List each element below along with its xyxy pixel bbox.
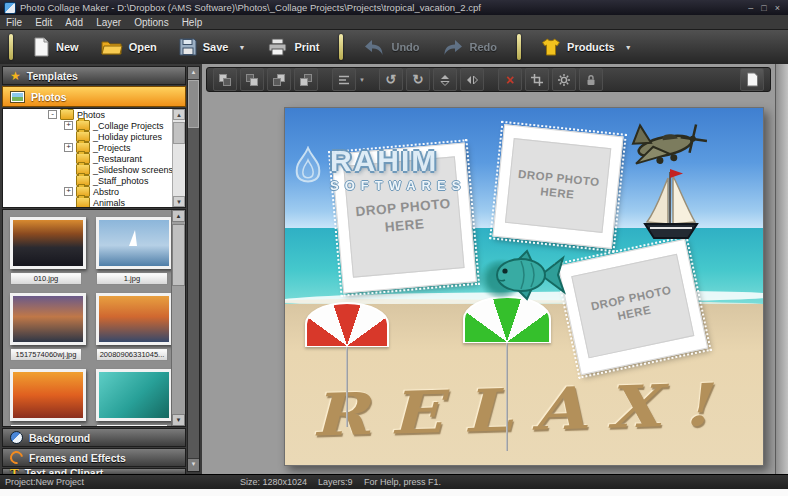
align-dropdown-arrow-icon[interactable]: ▼: [359, 77, 365, 83]
open-folder-icon: [101, 38, 123, 56]
menu-add[interactable]: Add: [65, 17, 83, 28]
rotate-right-icon[interactable]: ↻: [406, 68, 430, 91]
undo-button[interactable]: Undo: [352, 32, 430, 62]
effects-swirl-icon: [7, 448, 25, 466]
sidebar-scrollbar[interactable]: ▲ ▼: [187, 66, 200, 472]
photo-thumbnail[interactable]: 010.jpg: [10, 217, 86, 285]
tree-item-collage-projects[interactable]: + _Collage Projects: [3, 120, 185, 131]
thumbnail-image[interactable]: [10, 293, 86, 345]
thumbnail-scrollbar[interactable]: ▲ ▼: [171, 210, 185, 426]
scroll-up-icon[interactable]: ▲: [172, 210, 185, 222]
bring-forward-icon[interactable]: [240, 68, 264, 91]
menu-help[interactable]: Help: [182, 17, 203, 28]
delete-icon[interactable]: ×: [498, 68, 522, 91]
bring-to-front-icon[interactable]: [213, 68, 237, 91]
tree-item-photos[interactable]: - Photos: [3, 109, 185, 120]
send-backward-icon[interactable]: [267, 68, 291, 91]
frames-effects-label: Frames and Effects: [29, 452, 126, 464]
photo-drop-frame-1[interactable]: DROP PHOTO HERE: [331, 142, 477, 293]
menu-file[interactable]: File: [6, 17, 22, 28]
align-icon[interactable]: [332, 68, 356, 91]
photo-thumbnail[interactable]: 20080906331045...: [96, 293, 172, 361]
tree-item-staff-photos[interactable]: _Staff_photos: [3, 175, 185, 186]
flip-horizontal-icon[interactable]: [460, 68, 484, 91]
close-button[interactable]: ×: [775, 3, 780, 13]
sailboat-clipart[interactable]: [637, 166, 701, 246]
photo-drop-frame-2[interactable]: DROP PHOTO HERE: [492, 124, 623, 249]
maximize-button[interactable]: □: [761, 3, 766, 13]
tree-expand-icon[interactable]: +: [64, 121, 73, 130]
collage-canvas[interactable]: RAHIM SOFTWARES DROP PHOTO HERE DROP PHO…: [284, 107, 764, 466]
undo-arrow-icon: [363, 39, 385, 56]
red-umbrella-clipart[interactable]: [305, 302, 389, 427]
sidebar-section-templates[interactable]: ★ Templates: [2, 66, 186, 85]
products-dropdown-arrow-icon[interactable]: ▼: [625, 44, 632, 51]
tree-item-projects[interactable]: + _Projects: [3, 142, 185, 153]
window-title: Photo Collage Maker - D:\Dropbox (AMS So…: [20, 2, 744, 13]
tree-item-restaurant[interactable]: _Restaurant: [3, 153, 185, 164]
new-button[interactable]: New: [22, 32, 90, 62]
scrollbar-thumb[interactable]: [188, 80, 199, 128]
tshirt-icon: [541, 38, 561, 56]
window-bottom-border: [0, 489, 788, 496]
flip-vertical-icon[interactable]: [433, 68, 457, 91]
thumbnail-image[interactable]: [96, 369, 172, 421]
sidebar-section-background[interactable]: Background: [2, 428, 186, 447]
scroll-up-icon[interactable]: ▲: [188, 67, 199, 80]
scroll-down-icon[interactable]: ▼: [173, 196, 185, 207]
thumbnail-image[interactable]: [96, 217, 172, 269]
airplane-clipart[interactable]: [620, 112, 715, 175]
scroll-down-icon[interactable]: ▼: [172, 414, 185, 426]
tree-scrollbar[interactable]: ▲ ▼: [172, 109, 185, 207]
send-to-back-icon[interactable]: [294, 68, 318, 91]
tree-expand-icon[interactable]: +: [64, 143, 73, 152]
products-button[interactable]: Products ▼: [530, 32, 643, 62]
thumbnail-filename: 1517574060wj.jpg: [10, 348, 82, 361]
menu-options[interactable]: Options: [134, 17, 168, 28]
save-dropdown-arrow-icon[interactable]: ▼: [238, 44, 245, 51]
thumbnail-image[interactable]: [96, 293, 172, 345]
tree-item-holiday-pictures[interactable]: _Holiday pictures: [3, 131, 185, 142]
drop-photo-placeholder[interactable]: DROP PHOTO HERE: [343, 156, 464, 277]
tree-collapse-icon[interactable]: -: [48, 110, 57, 119]
templates-label: Templates: [27, 70, 78, 82]
drop-photo-placeholder[interactable]: DROP PHOTO HERE: [571, 254, 694, 359]
scroll-down-icon[interactable]: ▼: [188, 458, 199, 471]
scrollbar-thumb[interactable]: [173, 122, 185, 144]
settings-gear-icon[interactable]: [552, 68, 576, 91]
redo-button[interactable]: Redo: [431, 32, 509, 62]
sidebar-section-frames-effects[interactable]: Frames and Effects: [2, 448, 186, 467]
scrollbar-thumb[interactable]: [172, 224, 185, 286]
tree-item-slideshow-screens[interactable]: _Slideshow screens: [3, 164, 185, 175]
menu-edit[interactable]: Edit: [35, 17, 52, 28]
redo-arrow-icon: [442, 39, 464, 56]
menu-layer[interactable]: Layer: [96, 17, 121, 28]
photo-browser: 010.jpg 1.jpg 1517574060wj.jpg 200809063…: [2, 209, 186, 427]
green-umbrella-clipart[interactable]: [463, 296, 551, 451]
photo-thumbnail[interactable]: 26334637.jpg: [10, 369, 86, 427]
photo-thumbnail[interactable]: 1.jpg: [96, 217, 172, 285]
new-button-label: New: [56, 41, 79, 53]
tree-expand-icon[interactable]: +: [64, 187, 73, 196]
tree-item-animals[interactable]: Animals: [3, 197, 185, 208]
save-button[interactable]: Save ▼: [168, 32, 257, 62]
main-toolbar: New Open Save ▼ Print Undo: [0, 30, 788, 66]
thumbnail-image[interactable]: [10, 217, 86, 269]
scroll-up-icon[interactable]: ▲: [173, 109, 185, 120]
toolbar-separator: [517, 34, 521, 60]
new-collage-page-icon[interactable]: [740, 68, 764, 91]
sidebar-section-photos[interactable]: Photos: [2, 86, 186, 107]
drop-photo-placeholder[interactable]: DROP PHOTO HERE: [505, 138, 611, 233]
fish-clipart[interactable]: [491, 248, 569, 302]
open-button[interactable]: Open: [90, 32, 168, 62]
lock-icon[interactable]: [579, 68, 603, 91]
thumbnail-image[interactable]: [10, 369, 86, 421]
minimize-button[interactable]: –: [748, 3, 753, 13]
tree-item-abstro[interactable]: + Abstro: [3, 186, 185, 197]
status-layers: Layers:9: [318, 477, 353, 487]
photo-thumbnail[interactable]: n3uPPWeWF2Redkd...: [96, 369, 172, 427]
photo-thumbnail[interactable]: 1517574060wj.jpg: [10, 293, 86, 361]
crop-icon[interactable]: [525, 68, 549, 91]
rotate-left-icon[interactable]: ↺: [379, 68, 403, 91]
print-button[interactable]: Print: [256, 32, 330, 62]
